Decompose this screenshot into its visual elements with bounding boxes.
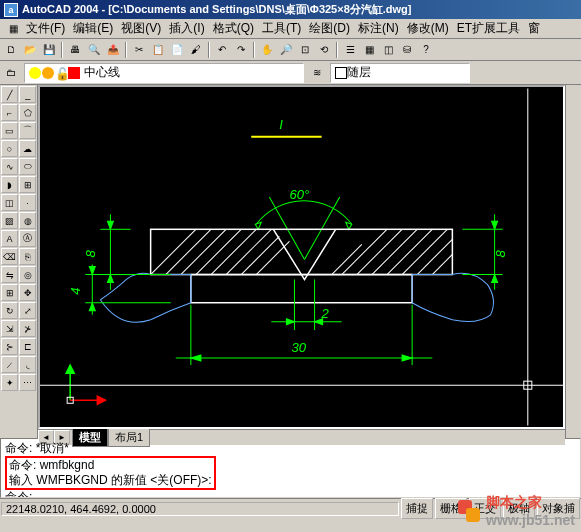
zoom-prev-icon[interactable]: ⟲ [315, 41, 333, 59]
more-icon[interactable]: ⋯ [19, 374, 36, 391]
svg-line-9 [256, 241, 289, 274]
preview-icon[interactable]: 🔍 [85, 41, 103, 59]
menu-window[interactable]: 窗 [524, 18, 544, 39]
ellipse-icon[interactable]: ⬭ [19, 158, 36, 175]
match-icon[interactable]: 🖌 [187, 41, 205, 59]
stretch-icon[interactable]: ⇲ [1, 320, 18, 337]
dim-30 [176, 305, 432, 365]
toolpal-icon[interactable]: ◫ [379, 41, 397, 59]
tab-model[interactable]: 模型 [72, 428, 108, 447]
insert-icon[interactable]: ⊞ [19, 176, 36, 193]
menu-edit[interactable]: 编辑(E) [69, 18, 117, 39]
spline-icon[interactable]: ∿ [1, 158, 18, 175]
dim-2-text: 2 [321, 306, 330, 321]
main-area: ╱⎯ ⌐⬠ ▭⌒ ○☁ ∿⬭ ◗⊞ ◫· ▨◍ AⒶ ⌫⎘ ⇋◎ ⊞✥ ↻⤢ ⇲… [0, 85, 581, 438]
layer-bar: 🗀 🔓 中心线 ≋ 随层 [0, 61, 581, 85]
zoom-rt-icon[interactable]: 🔎 [277, 41, 295, 59]
layer-props-icon[interactable]: 🗀 [2, 64, 20, 82]
line-icon[interactable]: ╱ [1, 86, 18, 103]
tab-layout1[interactable]: 布局1 [108, 428, 150, 447]
toolbar-standard: 🗋 📂 💾 🖶 🔍 📤 ✂ 📋 📄 🖌 ↶ ↷ ✋ 🔎 ⊡ ⟲ ☰ ▦ ◫ ⛁ … [0, 39, 581, 61]
pan-icon[interactable]: ✋ [258, 41, 276, 59]
dbconn-icon[interactable]: ⛁ [398, 41, 416, 59]
publish-icon[interactable]: 📤 [104, 41, 122, 59]
rect-icon[interactable]: ▭ [1, 122, 18, 139]
bottom-plate [191, 275, 412, 303]
snap-button[interactable]: 捕捉 [401, 498, 433, 519]
separator [253, 42, 255, 58]
zoom-win-icon[interactable]: ⊡ [296, 41, 314, 59]
separator [336, 42, 338, 58]
rotate-icon[interactable]: ↻ [1, 302, 18, 319]
break-line-right [412, 273, 493, 321]
dcenter-icon[interactable]: ▦ [360, 41, 378, 59]
vscroll-bar[interactable] [565, 85, 581, 438]
erase-icon[interactable]: ⌫ [1, 248, 18, 265]
paste-icon[interactable]: 📄 [168, 41, 186, 59]
hatch-icon[interactable]: ▨ [1, 212, 18, 229]
coords: 22148.0210, 464.4692, 0.0000 [1, 502, 399, 516]
text-I: I [279, 117, 283, 132]
command-line[interactable]: 命令: *取消* 命令: wmfbkgnd 输入 WMFBKGND 的新值 <关… [0, 438, 581, 498]
menubar: ▦ 文件(F) 编辑(E) 视图(V) 插入(I) 格式(Q) 工具(T) 绘图… [0, 19, 581, 39]
menu-draw[interactable]: 绘图(D) [305, 18, 354, 39]
extend-icon[interactable]: ⊱ [1, 338, 18, 355]
array-icon[interactable]: ⊞ [1, 284, 18, 301]
menu-insert[interactable]: 插入(I) [165, 18, 208, 39]
svg-line-11 [342, 229, 387, 274]
chamfer-icon[interactable]: ⟋ [1, 356, 18, 373]
app-menu-icon[interactable]: ▦ [4, 20, 22, 38]
drawing-canvas[interactable]: I 60° [38, 85, 565, 429]
copy-icon[interactable]: 📋 [149, 41, 167, 59]
point-icon[interactable]: · [19, 194, 36, 211]
layer-match-icon[interactable]: ≋ [308, 64, 326, 82]
earc-icon[interactable]: ◗ [1, 176, 18, 193]
svg-line-3 [166, 229, 211, 274]
props-icon[interactable]: ☰ [341, 41, 359, 59]
menu-modify[interactable]: 修改(M) [403, 18, 453, 39]
mirror-icon[interactable]: ⇋ [1, 266, 18, 283]
cmd-line-2: 命令: wmfbkgnd [9, 458, 212, 473]
break-icon[interactable]: ⊏ [19, 338, 36, 355]
fillet-icon[interactable]: ◟ [19, 356, 36, 373]
block-icon[interactable]: ◫ [1, 194, 18, 211]
crosshair [40, 88, 563, 425]
menu-format[interactable]: 格式(Q) [209, 18, 258, 39]
separator [61, 42, 63, 58]
region-icon[interactable]: ◍ [19, 212, 36, 229]
revcloud-icon[interactable]: ☁ [19, 140, 36, 157]
arc-icon[interactable]: ⌒ [19, 122, 36, 139]
bulb-icon [29, 67, 41, 79]
dim-2 [271, 280, 341, 330]
bylayer-combo[interactable]: 随层 [330, 63, 470, 83]
menu-dim[interactable]: 标注(N) [354, 18, 403, 39]
undo-icon[interactable]: ↶ [213, 41, 231, 59]
copy2-icon[interactable]: ⎘ [19, 248, 36, 265]
menu-et[interactable]: ET扩展工具 [453, 18, 524, 39]
xline-icon[interactable]: ⎯ [19, 86, 36, 103]
move-icon[interactable]: ✥ [19, 284, 36, 301]
text-icon[interactable]: A [1, 230, 18, 247]
menu-file[interactable]: 文件(F) [22, 18, 69, 39]
explode-icon[interactable]: ✦ [1, 374, 18, 391]
print-icon[interactable]: 🖶 [66, 41, 84, 59]
pline-icon[interactable]: ⌐ [1, 104, 18, 121]
open-icon[interactable]: 📂 [21, 41, 39, 59]
trim-icon[interactable]: ⊁ [19, 320, 36, 337]
save-icon[interactable]: 💾 [40, 41, 58, 59]
layer-combo[interactable]: 🔓 中心线 [24, 63, 304, 83]
offset-icon[interactable]: ◎ [19, 266, 36, 283]
menu-view[interactable]: 视图(V) [117, 18, 165, 39]
circle-icon[interactable]: ○ [1, 140, 18, 157]
watermark-logo-icon [454, 500, 482, 522]
scale-icon[interactable]: ⤢ [19, 302, 36, 319]
dim-8-left-text: 8 [83, 249, 98, 257]
polygon-icon[interactable]: ⬠ [19, 104, 36, 121]
new-icon[interactable]: 🗋 [2, 41, 20, 59]
redo-icon[interactable]: ↷ [232, 41, 250, 59]
help-icon[interactable]: ? [417, 41, 435, 59]
cmd-highlight: 命令: wmfbkgnd 输入 WMFBKGND 的新值 <关(OFF)>: [5, 456, 216, 490]
menu-tools[interactable]: 工具(T) [258, 18, 305, 39]
cut-icon[interactable]: ✂ [130, 41, 148, 59]
mtext-icon[interactable]: Ⓐ [19, 230, 36, 247]
